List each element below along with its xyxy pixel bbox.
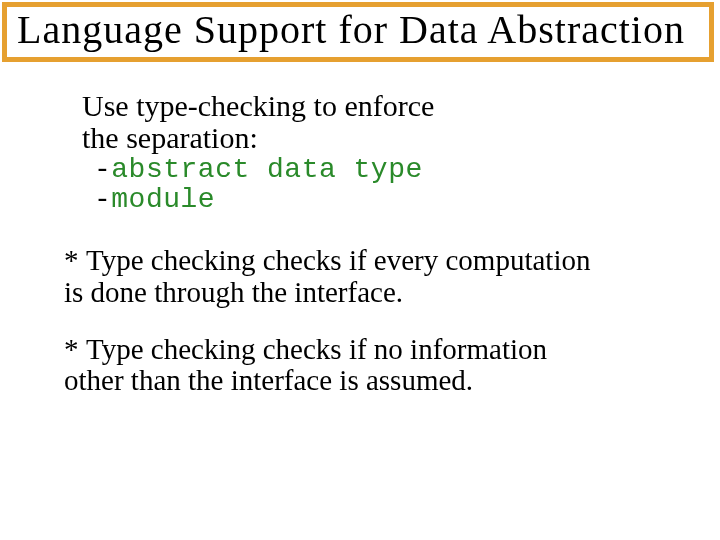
asterisk-icon: * (64, 334, 86, 365)
bullet-2: *Type checking checks if no information … (64, 334, 692, 397)
asterisk-icon: * (64, 245, 86, 276)
title-box: Language Support for Data Abstraction (2, 2, 714, 62)
intro-line-1: Use type-checking to enforce (82, 90, 650, 122)
code-term-1: abstract data type (111, 154, 422, 185)
bullet-2-line-2: other than the interface is assumed. (64, 365, 692, 396)
code-term-2: module (111, 184, 215, 215)
code-line-1: -abstract data type (94, 155, 650, 185)
intro-block: Use type-checking to enforce the separat… (82, 90, 650, 215)
code-line-2: -module (94, 185, 650, 215)
bullet-1: *Type checking checks if every computati… (64, 245, 692, 308)
bullet-1-text-1: Type checking checks if every computatio… (86, 244, 590, 276)
bullet-2-text-1: Type checking checks if no information (86, 333, 547, 365)
bullet-2-line-1: *Type checking checks if no information (64, 334, 692, 365)
bullet-1-line-1: *Type checking checks if every computati… (64, 245, 692, 276)
slide: Language Support for Data Abstraction Us… (0, 2, 720, 540)
slide-title: Language Support for Data Abstraction (17, 9, 699, 51)
intro-line-2: the separation: (82, 122, 650, 154)
bullet-1-line-2: is done through the interface. (64, 277, 692, 308)
